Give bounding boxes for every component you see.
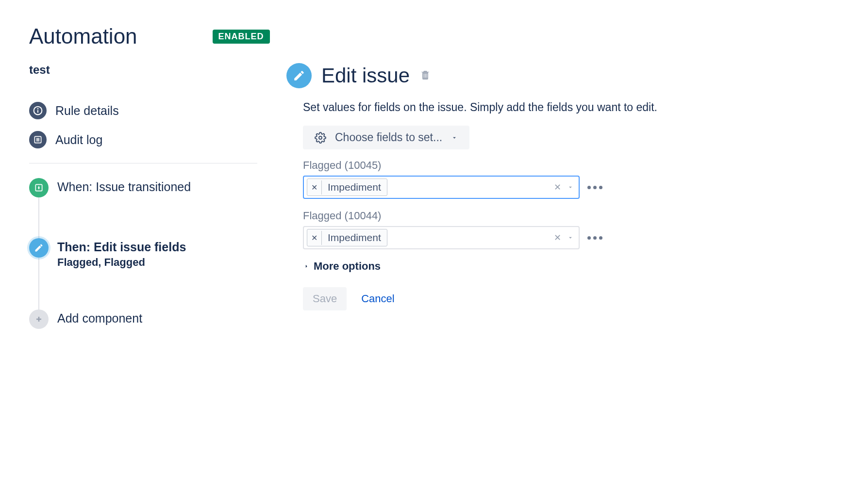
- step-trigger-title: When: Issue transitioned: [57, 180, 191, 194]
- edit-icon: [286, 63, 312, 88]
- more-actions-icon[interactable]: [587, 236, 602, 240]
- trigger-icon: [29, 178, 49, 197]
- more-options-label: More options: [314, 260, 381, 273]
- field-row-0: ✕ Impediment ✕: [303, 176, 839, 199]
- nav-rule-details-label: Rule details: [55, 104, 119, 118]
- content-panel: Edit issue Set values for fields on the …: [286, 24, 839, 335]
- panel-body: Set values for fields on the issue. Simp…: [286, 101, 839, 310]
- page-title: Automation: [29, 24, 137, 49]
- chevron-right-icon: [303, 263, 310, 270]
- sidebar: Automation ENABLED test Rule details Aud…: [29, 24, 257, 335]
- chevron-down-icon: [451, 134, 458, 141]
- header-row: Automation ENABLED: [29, 24, 257, 49]
- info-icon: [29, 102, 47, 119]
- rule-name[interactable]: test: [29, 63, 257, 77]
- panel-title: Edit issue: [321, 64, 410, 87]
- action-icon: [29, 238, 49, 258]
- save-button[interactable]: Save: [303, 287, 347, 310]
- tag-remove-icon[interactable]: ✕: [307, 231, 322, 245]
- step-add-component[interactable]: Add component: [29, 304, 257, 335]
- step-action-subtitle: Flagged, Flagged: [57, 256, 186, 269]
- field-label-1: Flagged (10044): [303, 210, 839, 222]
- svg-point-2: [38, 109, 38, 109]
- step-action-title: Then: Edit issue fields: [57, 240, 186, 254]
- panel-description: Set values for fields on the issue. Simp…: [303, 101, 839, 114]
- tag-1: ✕ Impediment: [307, 229, 387, 246]
- tag-input-1[interactable]: ✕ Impediment ✕: [303, 226, 580, 249]
- gear-icon: [315, 132, 326, 144]
- step-add-title: Add component: [57, 311, 142, 325]
- choose-fields-label: Choose fields to set...: [335, 131, 442, 144]
- button-row: Save Cancel: [303, 287, 839, 310]
- svg-point-10: [319, 136, 322, 139]
- step-action[interactable]: Then: Edit issue fields Flagged, Flagged: [29, 232, 257, 275]
- tag-text-1: Impediment: [322, 229, 387, 246]
- field-row-1: ✕ Impediment ✕: [303, 226, 839, 249]
- nav-audit-log-label: Audit log: [55, 133, 102, 147]
- field-label-0: Flagged (10045): [303, 159, 839, 172]
- tag-input-0[interactable]: ✕ Impediment ✕: [303, 176, 580, 199]
- tag-text-0: Impediment: [322, 179, 387, 195]
- more-options-toggle[interactable]: More options: [303, 260, 839, 273]
- nav-rule-details[interactable]: Rule details: [29, 96, 257, 125]
- more-actions-icon[interactable]: [587, 186, 602, 189]
- tag-0: ✕ Impediment: [307, 179, 387, 196]
- step-list: When: Issue transitioned Then: Edit issu…: [29, 172, 257, 335]
- plus-icon: [29, 309, 49, 329]
- divider: [29, 163, 257, 163]
- choose-fields-button[interactable]: Choose fields to set...: [303, 126, 469, 149]
- status-badge: ENABLED: [213, 30, 270, 44]
- chevron-down-icon[interactable]: [567, 234, 574, 241]
- audit-log-icon: [29, 131, 47, 148]
- clear-icon[interactable]: ✕: [554, 182, 561, 193]
- panel-header: Edit issue: [286, 63, 839, 88]
- tag-remove-icon[interactable]: ✕: [307, 180, 322, 195]
- clear-icon[interactable]: ✕: [554, 232, 561, 243]
- chevron-down-icon[interactable]: [567, 184, 574, 191]
- step-trigger[interactable]: When: Issue transitioned: [29, 172, 257, 203]
- nav-audit-log[interactable]: Audit log: [29, 125, 257, 154]
- cancel-button[interactable]: Cancel: [361, 292, 394, 305]
- trash-icon[interactable]: [419, 69, 431, 82]
